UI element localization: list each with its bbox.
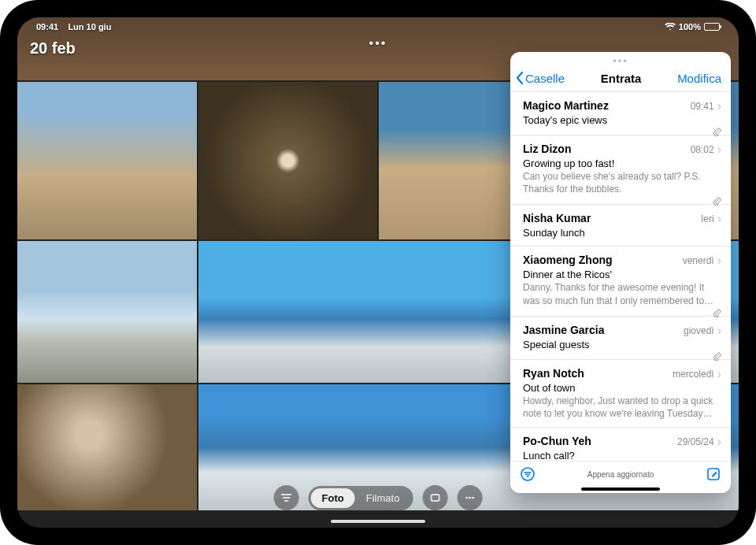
status-date: Lun 10 giu xyxy=(68,22,111,32)
edit-button[interactable]: Modifica xyxy=(677,72,721,85)
mail-meta: 29/05/24› xyxy=(677,435,721,449)
slideover-home-indicator[interactable] xyxy=(581,488,660,491)
mail-subject: Growing up too fast! xyxy=(523,158,721,169)
compose-button[interactable] xyxy=(706,466,721,482)
back-button[interactable]: Caselle xyxy=(515,71,565,85)
back-label: Caselle xyxy=(525,72,565,85)
filter-button[interactable] xyxy=(274,485,299,510)
svg-point-1 xyxy=(465,497,468,499)
mail-preview: Danny, Thanks for the awesome evening! I… xyxy=(523,281,721,306)
chevron-left-icon xyxy=(515,71,524,85)
status-bar: 09:41 Lun 10 giu 100% xyxy=(17,19,739,35)
chevron-right-icon: › xyxy=(717,435,721,449)
status-left: 09:41 Lun 10 giu xyxy=(36,22,111,32)
aspect-button[interactable] xyxy=(422,485,447,510)
slideover-grabber-icon[interactable]: ••• xyxy=(613,56,628,66)
mail-sender: Nisha Kumar xyxy=(523,212,591,224)
battery-percent: 100% xyxy=(679,22,701,32)
mail-preview: Howdy, neighbor, Just wanted to drop a q… xyxy=(523,395,721,420)
photos-toolbar: Foto Filmato xyxy=(274,485,483,510)
chevron-right-icon: › xyxy=(717,254,721,268)
segment-photo[interactable]: Foto xyxy=(311,488,355,508)
photo-tile[interactable] xyxy=(17,82,197,239)
mail-item[interactable]: Po-Chun Yeh29/05/24›Lunch call? xyxy=(510,428,731,461)
mail-subject: Dinner at the Ricos' xyxy=(523,269,721,280)
chevron-right-icon: › xyxy=(717,324,721,338)
mail-meta: mercoledì› xyxy=(673,367,721,381)
multitask-grabber-icon[interactable]: ••• xyxy=(369,36,387,50)
media-type-segment[interactable]: Foto Filmato xyxy=(309,486,413,510)
home-indicator[interactable] xyxy=(331,520,425,523)
mail-subject: Lunch call? xyxy=(523,450,721,461)
mail-subject: Today's epic views xyxy=(523,114,721,126)
status-time: 09:41 xyxy=(36,22,58,32)
wifi-icon xyxy=(665,23,676,31)
photo-tile[interactable] xyxy=(17,384,197,510)
mail-sender: Xiaomeng Zhong xyxy=(523,254,613,266)
mail-time: venerdì xyxy=(683,255,714,266)
mail-sender: Magico Martinez xyxy=(523,99,609,112)
mail-item[interactable]: Liz Dizon08:02›Growing up too fast!Can y… xyxy=(510,135,731,205)
photo-tile[interactable] xyxy=(198,82,378,239)
mail-footer: Appena aggiornato xyxy=(510,461,731,493)
mail-item[interactable]: Ryan Notchmercoledì›Out of townHowdy, ne… xyxy=(510,360,731,428)
more-button[interactable] xyxy=(457,485,482,510)
mail-time: mercoledì xyxy=(673,369,714,380)
segment-video[interactable]: Filmato xyxy=(355,488,411,508)
mail-sender: Ryan Notch xyxy=(523,367,584,380)
chevron-right-icon: › xyxy=(717,143,721,157)
device-bezel: 09:41 Lun 10 giu 100% 20 feb ••• Foto xyxy=(0,0,756,545)
mail-list[interactable]: Magico Martinez09:41›Today's epic viewsL… xyxy=(510,91,731,461)
mail-preview: Can you believe she's already so tall? P… xyxy=(523,170,721,195)
mail-item[interactable]: Nisha KumarIeri›Sunday lunch xyxy=(510,205,731,247)
mail-subject: Out of town xyxy=(523,382,721,394)
mail-item[interactable]: Magico Martinez09:41›Today's epic views xyxy=(510,92,731,135)
battery-icon xyxy=(704,23,720,31)
chevron-right-icon: › xyxy=(717,367,721,381)
mail-nav-header: Caselle Entrata Modifica xyxy=(510,66,731,91)
mail-subject: Special guests xyxy=(523,339,721,350)
mail-time: 08:02 xyxy=(691,144,714,155)
svg-point-3 xyxy=(472,497,474,499)
photo-tile[interactable] xyxy=(17,241,197,383)
photos-date-label: 20 feb xyxy=(30,39,76,57)
svg-rect-0 xyxy=(431,495,439,501)
mail-meta: giovedì› xyxy=(684,324,721,338)
mail-time: 09:41 xyxy=(691,101,714,112)
chevron-right-icon: › xyxy=(717,99,721,113)
mail-sender: Liz Dizon xyxy=(523,143,571,155)
mail-time: giovedì xyxy=(684,325,714,336)
filter-mail-button[interactable] xyxy=(520,466,536,482)
mail-item[interactable]: Xiaomeng Zhongvenerdì›Dinner at the Rico… xyxy=(510,247,731,316)
mail-meta: 08:02› xyxy=(691,143,721,157)
mail-subject: Sunday lunch xyxy=(523,227,721,239)
mail-meta: venerdì› xyxy=(683,254,721,268)
mail-meta: Ieri› xyxy=(701,212,721,226)
chevron-right-icon: › xyxy=(717,212,721,226)
mail-meta: 09:41› xyxy=(691,99,721,113)
mail-sender: Po-Chun Yeh xyxy=(523,435,591,447)
mail-time: Ieri xyxy=(701,213,714,224)
screen: 09:41 Lun 10 giu 100% 20 feb ••• Foto xyxy=(17,17,739,528)
mail-item[interactable]: Jasmine Garciagiovedì›Special guests xyxy=(510,317,731,360)
mail-sender: Jasmine Garcia xyxy=(523,324,605,336)
status-right: 100% xyxy=(665,22,720,32)
mail-status-label: Appena aggiornato xyxy=(587,470,654,479)
mail-slideover-panel: ••• Caselle Entrata Modifica Magico Mart… xyxy=(510,52,731,493)
mail-time: 29/05/24 xyxy=(677,436,714,447)
svg-point-2 xyxy=(469,497,471,499)
mail-title: Entrata xyxy=(601,72,642,85)
